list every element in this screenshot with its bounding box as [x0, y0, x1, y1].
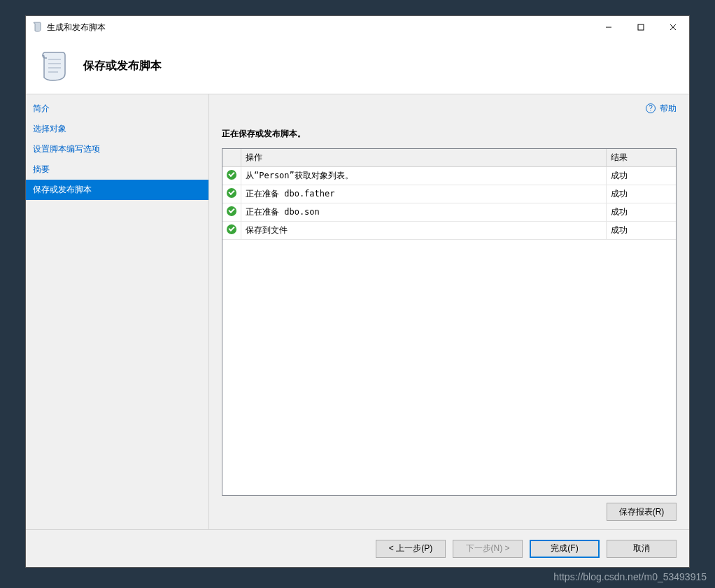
window-title: 生成和发布脚本: [47, 22, 106, 34]
col-operation: 操作: [241, 149, 607, 167]
operation-cell: 保存到文件: [241, 222, 607, 240]
finish-button[interactable]: 完成(F): [530, 540, 600, 558]
sidebar-item-intro[interactable]: 简介: [26, 99, 208, 119]
success-icon: [227, 188, 236, 198]
sidebar-item-save-publish[interactable]: 保存或发布脚本: [26, 180, 208, 200]
help-link[interactable]: 帮助: [660, 103, 677, 115]
result-cell: 成功: [606, 203, 676, 222]
footer: < 上一步(P) 下一步(N) > 完成(F) 取消: [26, 529, 689, 567]
body: 简介 选择对象 设置脚本编写选项 摘要 保存或发布脚本 ? 帮助 正在保存或发布…: [26, 94, 689, 529]
progress-table: 操作 结果 从“Person”获取对象列表。 成功 正在准备 dbo.fathe: [222, 148, 677, 496]
section-title: 正在保存或发布脚本。: [222, 128, 677, 140]
main-panel: ? 帮助 正在保存或发布脚本。 操作 结果: [209, 94, 689, 529]
table-row: 从“Person”获取对象列表。 成功: [222, 167, 676, 185]
save-report-button[interactable]: 保存报表(R): [607, 503, 677, 521]
sidebar: 简介 选择对象 设置脚本编写选项 摘要 保存或发布脚本: [26, 94, 209, 529]
watermark: https://blog.csdn.net/m0_53493915: [553, 571, 707, 582]
sidebar-item-summary[interactable]: 摘要: [26, 159, 208, 180]
success-icon: [227, 224, 236, 234]
col-status: [222, 149, 241, 167]
svg-rect-1: [638, 24, 644, 30]
table-row: 保存到文件 成功: [222, 222, 676, 240]
titlebar: 生成和发布脚本: [26, 16, 689, 38]
result-cell: 成功: [606, 222, 676, 240]
col-result: 结果: [606, 149, 676, 167]
sidebar-item-choose-objects[interactable]: 选择对象: [26, 119, 208, 139]
table-row: 正在准备 dbo.son 成功: [222, 203, 676, 222]
script-icon: [36, 50, 69, 83]
header: 保存或发布脚本: [26, 38, 689, 94]
app-icon: [31, 22, 43, 33]
sidebar-item-script-options[interactable]: 设置脚本编写选项: [26, 139, 208, 159]
success-icon: [227, 170, 236, 180]
previous-button[interactable]: < 上一步(P): [376, 540, 446, 558]
minimize-button[interactable]: [593, 17, 625, 38]
operation-cell: 从“Person”获取对象列表。: [241, 167, 607, 185]
wizard-window: 生成和发布脚本 保存或发布脚本 简介 选择对象 设: [25, 15, 690, 568]
header-title: 保存或发布脚本: [83, 59, 162, 73]
table-row: 正在准备 dbo.father 成功: [222, 185, 676, 203]
success-icon: [227, 206, 236, 216]
operation-cell: 正在准备 dbo.father: [241, 185, 607, 203]
cancel-button[interactable]: 取消: [607, 540, 677, 558]
result-cell: 成功: [606, 167, 676, 185]
operation-cell: 正在准备 dbo.son: [241, 203, 607, 222]
maximize-button[interactable]: [625, 17, 657, 38]
close-button[interactable]: [657, 17, 689, 38]
next-button: 下一步(N) >: [453, 540, 523, 558]
help-icon: ?: [646, 103, 656, 113]
result-cell: 成功: [606, 185, 676, 203]
